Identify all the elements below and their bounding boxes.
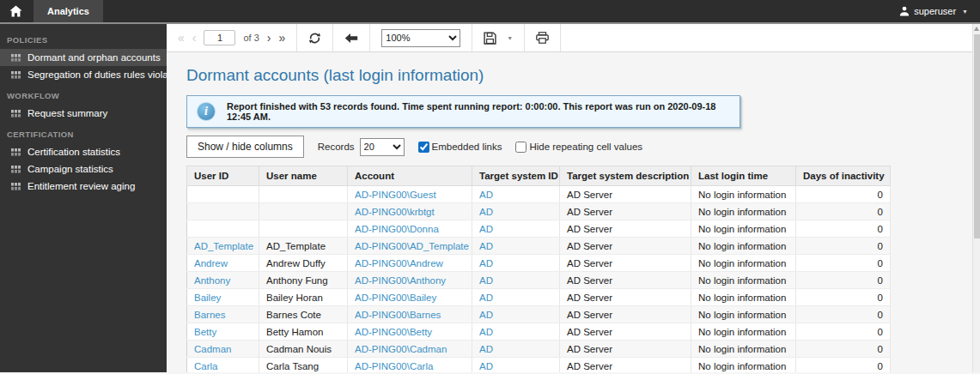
cell-days-of-inactivity: 0 [796, 238, 891, 255]
records-control: Records 20 [318, 138, 405, 156]
report-grid-icon [11, 110, 21, 118]
report-grid-icon [11, 54, 21, 62]
cell-user-id-link[interactable]: Cadman [194, 344, 231, 354]
cell-user-id-link[interactable]: Bailey [194, 293, 221, 303]
user-menu[interactable]: superuser ▼ [899, 0, 980, 22]
cell-target-system-id-link[interactable]: AD [479, 190, 493, 200]
column-header-last-login-time[interactable]: Last login time [691, 166, 796, 186]
sidebar-item-request-summary[interactable]: Request summary [0, 105, 167, 122]
vertical-scrollbar[interactable] [972, 24, 980, 372]
first-page-button[interactable]: « [178, 32, 185, 44]
cell-target-system-id: AD [472, 238, 560, 255]
cell-target-system-id-link[interactable]: AD [479, 361, 493, 371]
cell-account-link[interactable]: AD-PING00\Cadman [355, 344, 447, 354]
cell-days-of-inactivity: 0 [796, 220, 891, 238]
cell-account: AD-PING00\Cadman [348, 341, 472, 358]
cell-last-login-time: No login information [691, 323, 796, 341]
cell-target-system-id: AD [472, 272, 560, 289]
cell-account-link[interactable]: AD-PING00\Anthony [355, 275, 446, 286]
cell-account-link[interactable]: AD-PING00\Bailey [355, 293, 436, 303]
column-header-user-id[interactable]: User ID [187, 166, 259, 186]
cell-user-id: Carla [187, 358, 259, 373]
scrollbar-up-arrow-icon[interactable] [974, 27, 979, 31]
last-page-button[interactable]: » [279, 32, 286, 44]
cell-user-name: Andrew Duffy [259, 255, 348, 272]
tab-analytics-label: Analytics [47, 6, 89, 16]
cell-last-login-time: No login information [691, 272, 796, 289]
table-row: AndrewAndrew DuffyAD-PING00\AndrewADAD S… [187, 255, 891, 272]
cell-target-system-id-link[interactable]: AD [479, 241, 493, 251]
cell-days-of-inactivity: 0 [796, 203, 891, 220]
zoom-select[interactable]: 100% [381, 29, 460, 47]
tab-analytics[interactable]: Analytics [33, 0, 103, 22]
sidebar-item-label: Certification statistics [27, 147, 120, 157]
scrollbar-thumb[interactable] [974, 34, 980, 238]
back-arrow-icon[interactable] [344, 33, 358, 44]
cell-user-id-link[interactable]: AD_Template [194, 241, 253, 251]
column-header-user-name[interactable]: User name [259, 166, 348, 186]
cell-account-link[interactable]: AD-PING00\Carla [355, 361, 433, 371]
show-hide-columns-button[interactable]: Show / hide columns [186, 136, 304, 158]
cell-target-system-id-link[interactable]: AD [479, 207, 493, 217]
home-button[interactable] [0, 0, 31, 22]
cell-account-link[interactable]: AD-PING00\AD_Template [355, 241, 469, 251]
next-page-button[interactable]: › [267, 32, 271, 44]
cell-last-login-time: No login information [691, 220, 796, 238]
sidebar-item-dormant-and-orphan-accounts[interactable]: Dormant and orphan accounts [0, 49, 167, 66]
cell-user-id: Andrew [187, 255, 259, 272]
report-grid-icon [11, 71, 21, 79]
cell-target-system-id-link[interactable]: AD [479, 310, 493, 320]
cell-account-link[interactable]: AD-PING00\Guest [355, 190, 436, 200]
cell-target-system-id: AD [472, 203, 560, 220]
save-caret-down-icon[interactable]: ▼ [507, 35, 513, 41]
previous-page-button[interactable]: ‹ [192, 32, 197, 44]
cell-account: AD-PING00\Andrew [348, 255, 472, 272]
column-header-target-system-id[interactable]: Target system ID [472, 166, 560, 186]
cell-user-id-link[interactable]: Andrew [194, 258, 228, 268]
cell-account-link[interactable]: AD-PING00\krbtgt [355, 207, 435, 217]
cell-days-of-inactivity: 0 [796, 358, 891, 373]
cell-user-id-link[interactable]: Carla [194, 361, 217, 371]
save-icon[interactable] [484, 32, 496, 45]
report-grid-icon [11, 166, 21, 173]
header-row: User IDUser nameAccountTarget system IDT… [187, 166, 891, 186]
cell-user-id [187, 203, 259, 220]
column-header-target-system-description[interactable]: Target system description [560, 166, 691, 186]
cell-target-system-description: AD Server [560, 358, 691, 373]
cell-target-system-description: AD Server [560, 203, 691, 220]
hide-repeating-checkbox[interactable] [515, 142, 527, 153]
cell-account-link[interactable]: AD-PING00\Donna [355, 224, 439, 234]
sidebar-item-entitlement-review-aging[interactable]: Entitlement review aging [0, 178, 167, 195]
cell-user-name: Anthony Fung [259, 272, 348, 289]
sidebar-item-campaign-statistics[interactable]: Campaign statistics [0, 160, 167, 178]
cell-user-id-link[interactable]: Barnes [194, 310, 225, 320]
sidebar-item-certification-statistics[interactable]: Certification statistics [0, 143, 167, 160]
cell-target-system-id-link[interactable]: AD [479, 293, 493, 303]
report-content: Dormant accounts (last login information… [167, 52, 972, 372]
sidebar-item-segregation-of-duties-rules-viola[interactable]: Segregation of duties rules viola... [0, 66, 167, 83]
cell-account-link[interactable]: AD-PING00\Barnes [355, 310, 441, 320]
cell-account-link[interactable]: AD-PING00\Betty [355, 327, 432, 337]
cell-target-system-id-link[interactable]: AD [479, 275, 493, 286]
column-header-days-of-inactivity[interactable]: Days of inactivity [796, 166, 891, 186]
cell-target-system-id-link[interactable]: AD [479, 344, 493, 354]
page-number-input[interactable] [204, 30, 235, 45]
cell-user-id-link[interactable]: Anthony [194, 275, 230, 286]
cell-target-system-id-link[interactable]: AD [479, 258, 493, 268]
cell-account-link[interactable]: AD-PING00\Andrew [355, 258, 443, 268]
cell-target-system-id-link[interactable]: AD [479, 327, 493, 337]
print-icon[interactable] [536, 32, 549, 44]
cell-user-id: Barnes [187, 306, 259, 323]
cell-account: AD-PING00\krbtgt [348, 203, 472, 220]
records-select[interactable]: 20 [360, 138, 405, 156]
embedded-links-checkbox[interactable] [418, 142, 429, 153]
cell-user-id-link[interactable]: Betty [194, 327, 216, 337]
cell-target-system-id: AD [472, 289, 560, 306]
cell-target-system-id: AD [472, 358, 560, 373]
column-header-account[interactable]: Account [348, 166, 472, 186]
cell-target-system-id: AD [472, 220, 560, 238]
report-grid-icon [11, 183, 21, 190]
cell-account: AD-PING00\Betty [348, 323, 472, 341]
refresh-icon[interactable] [308, 32, 321, 45]
cell-target-system-id-link[interactable]: AD [479, 224, 493, 234]
